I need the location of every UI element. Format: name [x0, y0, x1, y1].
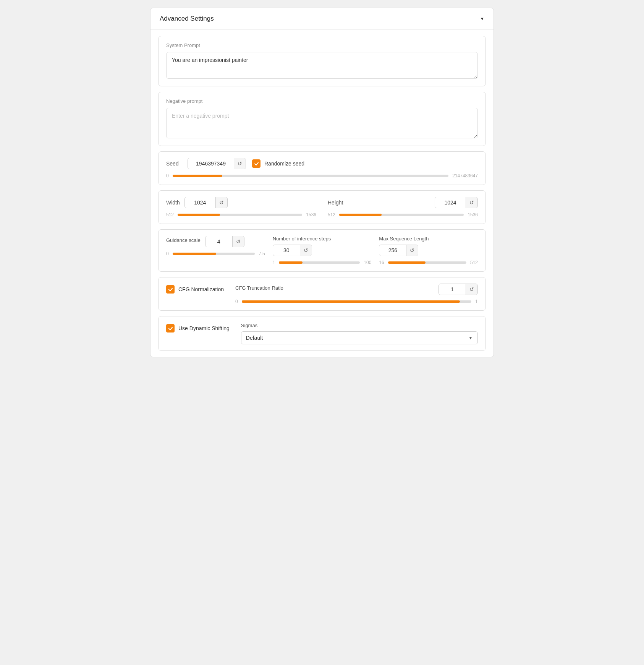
sigmas-col: Sigmas Default Karras Exponential Polyex… [241, 323, 478, 344]
negative-prompt-card: Negative prompt [158, 92, 486, 146]
seed-label: Seed [166, 161, 181, 167]
sigmas-label: Sigmas [241, 323, 478, 328]
guidance-min-label: 0 [166, 251, 169, 256]
seed-max-label: 2147483647 [452, 173, 478, 178]
inference-input-group: ↺ [273, 245, 312, 256]
height-reset-button[interactable]: ↺ [466, 197, 477, 208]
guidance-col: Guidance scale ↺ 0 7.5 [166, 236, 265, 256]
seed-input-group: ↺ [188, 158, 246, 169]
seed-input[interactable] [188, 158, 234, 169]
advanced-settings-body: System Prompt You are an impressionist p… [150, 30, 494, 357]
cfg-truncation-col: CFG Truncation Ratio ↺ 0 1 [235, 284, 478, 304]
cfg-truncation-input[interactable] [439, 284, 466, 295]
maxseq-slider-row: 16 512 [379, 260, 478, 265]
width-input[interactable] [185, 197, 215, 208]
width-col: Width ↺ 512 1536 [166, 197, 316, 217]
sigmas-select-arrow: ▼ [464, 332, 477, 344]
width-max-label: 1536 [306, 212, 316, 217]
negative-prompt-label: Negative prompt [166, 98, 478, 104]
seed-slider-track [173, 175, 449, 177]
inference-reset-button[interactable]: ↺ [300, 245, 312, 256]
cfg-normalization-row: CFG Normalization [166, 285, 224, 294]
dynamic-shifting-row: Use Dynamic Shifting [166, 324, 230, 332]
cfg-truncation-reset-button[interactable]: ↺ [466, 284, 477, 295]
sigmas-select[interactable]: Default Karras Exponential Polyexponenti… [241, 332, 464, 344]
maxseq-input-group: ↺ [379, 245, 418, 256]
cfg-truncation-min-label: 0 [235, 299, 238, 304]
seed-reset-button[interactable]: ↺ [234, 158, 246, 169]
width-min-label: 512 [166, 212, 174, 217]
height-slider-track [339, 214, 464, 216]
width-input-group: ↺ [184, 197, 228, 208]
dynamic-shifting-checkbox[interactable] [166, 324, 175, 332]
system-prompt-card: System Prompt You are an impressionist p… [158, 36, 486, 86]
cfg-truncation-slider-row: 0 1 [235, 299, 478, 304]
height-input[interactable] [435, 197, 466, 208]
inference-min-label: 1 [273, 260, 275, 265]
seed-card: Seed ↺ Randomize seed 0 [158, 151, 486, 185]
guidance-label: Guidance scale [166, 237, 201, 243]
cfg-truncation-label: CFG Truncation Ratio [235, 285, 283, 291]
randomize-seed-checkbox[interactable] [252, 159, 261, 168]
dynamic-shifting-label: Use Dynamic Shifting [178, 325, 230, 331]
inference-slider-row: 1 100 [273, 260, 372, 265]
height-input-group: ↺ [435, 197, 478, 208]
collapse-icon: ▼ [480, 16, 484, 21]
width-slider-track [178, 214, 302, 216]
height-label: Height [328, 200, 343, 206]
maxseq-input[interactable] [379, 245, 406, 256]
advanced-settings-title: Advanced Settings [160, 15, 214, 23]
params-row: Guidance scale ↺ 0 7.5 [166, 236, 478, 265]
maxseq-max-label: 512 [470, 260, 478, 265]
width-reset-button[interactable]: ↺ [215, 197, 227, 208]
cfg-truncation-slider-track [242, 300, 472, 303]
width-slider-row: 512 1536 [166, 212, 316, 217]
guidance-slider-track [173, 253, 255, 255]
sigmas-select-group: Default Karras Exponential Polyexponenti… [241, 331, 478, 344]
dynamic-row: Use Dynamic Shifting Sigmas Default Karr… [166, 323, 478, 344]
advanced-settings-panel: Advanced Settings ▼ System Prompt You ar… [150, 8, 494, 357]
guidance-max-label: 7.5 [259, 251, 265, 256]
advanced-settings-header[interactable]: Advanced Settings ▼ [150, 8, 494, 30]
maxseq-label: Max Sequence Length [379, 236, 478, 242]
inference-label: Number of inference steps [273, 236, 372, 242]
dynamic-shifting-col: Use Dynamic Shifting [166, 323, 230, 332]
cfg-truncation-input-group: ↺ [439, 284, 478, 295]
dimensions-row: Width ↺ 512 1536 [166, 197, 478, 217]
guidance-input-group: ↺ [205, 236, 244, 247]
width-label: Width [166, 200, 180, 206]
maxseq-slider-track [388, 261, 466, 264]
height-slider-row: 512 1536 [328, 212, 478, 217]
randomize-seed-label: Randomize seed [264, 161, 304, 167]
height-min-label: 512 [328, 212, 335, 217]
cfg-normalization-col: CFG Normalization [166, 284, 224, 294]
height-max-label: 1536 [468, 212, 478, 217]
maxseq-min-label: 16 [379, 260, 384, 265]
cfg-normalization-checkbox[interactable] [166, 285, 175, 294]
inference-col: Number of inference steps ↺ 1 [273, 236, 372, 265]
seed-min-label: 0 [166, 173, 169, 178]
guidance-input[interactable] [205, 236, 232, 247]
system-prompt-input[interactable]: You are an impressionist painter [166, 52, 478, 79]
guidance-slider-row: 0 7.5 [166, 251, 265, 256]
params-card: Guidance scale ↺ 0 7.5 [158, 229, 486, 272]
height-col: Height ↺ 512 1536 [328, 197, 478, 217]
seed-slider-row: 0 2147483647 [166, 173, 478, 178]
cfg-card: CFG Normalization CFG Truncation Ratio ↺… [158, 277, 486, 311]
maxseq-reset-button[interactable]: ↺ [406, 245, 418, 256]
negative-prompt-input[interactable] [166, 108, 478, 138]
cfg-row: CFG Normalization CFG Truncation Ratio ↺… [166, 284, 478, 304]
dynamic-card: Use Dynamic Shifting Sigmas Default Karr… [158, 316, 486, 351]
inference-max-label: 100 [364, 260, 371, 265]
inference-input[interactable] [273, 245, 300, 256]
cfg-normalization-label: CFG Normalization [178, 286, 224, 292]
dimensions-card: Width ↺ 512 1536 [158, 190, 486, 224]
guidance-reset-button[interactable]: ↺ [232, 236, 244, 247]
maxseq-col: Max Sequence Length ↺ 16 [379, 236, 478, 265]
cfg-truncation-max-label: 1 [475, 299, 478, 304]
inference-slider-track [279, 261, 360, 264]
randomize-seed-row: Randomize seed [252, 159, 304, 168]
system-prompt-label: System Prompt [166, 42, 478, 48]
